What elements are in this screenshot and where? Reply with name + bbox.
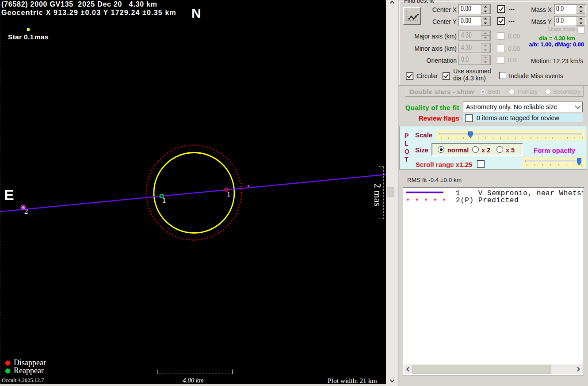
svg-text:2 mas: 2 mas: [372, 183, 383, 206]
